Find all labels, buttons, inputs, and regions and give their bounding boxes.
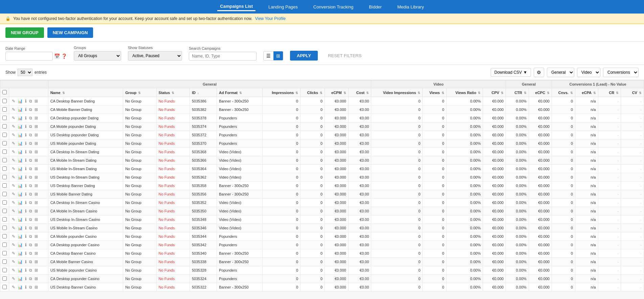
duplicate-icon[interactable]: ⊞: [34, 200, 39, 205]
th-impressions[interactable]: Impressions ⇅: [263, 88, 301, 97]
conversions-select[interactable]: Conversions: [603, 68, 639, 77]
row-checkbox[interactable]: [2, 251, 7, 255]
info-icon[interactable]: ℹ: [24, 191, 27, 197]
chart-icon[interactable]: 📊: [17, 158, 23, 163]
chart-icon[interactable]: 📊: [17, 200, 23, 205]
copy-icon[interactable]: ⧉: [28, 276, 33, 281]
th-id[interactable]: ID ↓: [190, 88, 217, 97]
info-icon[interactable]: ℹ: [24, 158, 27, 163]
edit-icon[interactable]: ✎: [11, 107, 16, 112]
chart-icon[interactable]: 📊: [17, 183, 23, 188]
copy-icon[interactable]: ⧉: [28, 132, 33, 138]
row-checkbox-cell[interactable]: [0, 207, 9, 215]
row-checkbox[interactable]: [2, 268, 7, 272]
reset-filters-button[interactable]: RESET FILTERS: [325, 51, 365, 61]
row-checkbox[interactable]: [2, 209, 7, 213]
edit-icon[interactable]: ✎: [11, 98, 16, 104]
chart-icon[interactable]: 📊: [17, 132, 23, 138]
entries-select[interactable]: 50: [18, 69, 32, 76]
row-checkbox[interactable]: [2, 259, 7, 264]
row-checkbox-cell[interactable]: [0, 131, 9, 139]
duplicate-icon[interactable]: ⊞: [34, 175, 39, 180]
copy-icon[interactable]: ⧉: [28, 268, 33, 273]
info-icon[interactable]: ℹ: [24, 284, 27, 290]
chart-icon[interactable]: 📊: [17, 124, 23, 129]
edit-icon[interactable]: ✎: [11, 251, 16, 256]
copy-icon[interactable]: ⧉: [28, 149, 33, 155]
chart-icon[interactable]: 📊: [17, 268, 23, 273]
th-cr[interactable]: CR ⇅: [598, 88, 621, 97]
copy-icon[interactable]: ⧉: [28, 284, 33, 290]
row-checkbox-cell[interactable]: [0, 156, 9, 165]
chart-icon[interactable]: 📊: [17, 166, 23, 171]
duplicate-icon[interactable]: ⊞: [34, 268, 39, 273]
duplicate-icon[interactable]: ⊞: [34, 284, 39, 290]
copy-icon[interactable]: ⧉: [28, 183, 33, 188]
copy-icon[interactable]: ⧉: [28, 107, 33, 112]
th-select-all[interactable]: [0, 88, 9, 97]
th-ecpa[interactable]: eCPA ⇅: [575, 88, 598, 97]
row-checkbox-cell[interactable]: [0, 106, 9, 114]
new-campaign-button[interactable]: NEW CAMPAIGN: [47, 27, 93, 38]
info-icon[interactable]: ℹ: [24, 166, 27, 171]
duplicate-icon[interactable]: ⊞: [34, 234, 39, 239]
edit-icon[interactable]: ✎: [11, 149, 16, 155]
list-view-button[interactable]: ☰: [264, 51, 273, 60]
row-checkbox-cell[interactable]: [0, 232, 9, 241]
help-icon[interactable]: ❓: [61, 53, 67, 59]
select-all-checkbox[interactable]: [2, 90, 7, 94]
info-icon[interactable]: ℹ: [24, 175, 27, 180]
copy-icon[interactable]: ⧉: [28, 251, 33, 256]
info-icon[interactable]: ℹ: [24, 276, 27, 281]
duplicate-icon[interactable]: ⊞: [34, 225, 39, 231]
duplicate-icon[interactable]: ⊞: [34, 149, 39, 155]
edit-icon[interactable]: ✎: [11, 208, 16, 214]
row-checkbox-cell[interactable]: [0, 266, 9, 275]
chart-icon[interactable]: 📊: [17, 217, 23, 222]
duplicate-icon[interactable]: ⊞: [34, 124, 39, 129]
info-icon[interactable]: ℹ: [24, 115, 27, 121]
edit-icon[interactable]: ✎: [11, 115, 16, 121]
calendar-icon[interactable]: 📅: [54, 53, 60, 59]
copy-icon[interactable]: ⧉: [28, 191, 33, 197]
row-checkbox[interactable]: [2, 217, 7, 222]
copy-icon[interactable]: ⧉: [28, 98, 33, 104]
duplicate-icon[interactable]: ⊞: [34, 107, 39, 112]
chart-icon[interactable]: 📊: [17, 98, 23, 104]
info-icon[interactable]: ℹ: [24, 183, 27, 188]
duplicate-icon[interactable]: ⊞: [34, 208, 39, 214]
row-checkbox[interactable]: [2, 133, 7, 137]
row-checkbox[interactable]: [2, 141, 7, 145]
row-checkbox[interactable]: [2, 158, 7, 162]
info-icon[interactable]: ℹ: [24, 225, 27, 231]
edit-icon[interactable]: ✎: [11, 276, 16, 281]
th-views[interactable]: Views ⇅: [423, 88, 446, 97]
chart-icon[interactable]: 📊: [17, 284, 23, 290]
th-status[interactable]: Status ⇅: [156, 88, 190, 97]
info-icon[interactable]: ℹ: [24, 251, 27, 256]
row-checkbox[interactable]: [2, 175, 7, 179]
info-icon[interactable]: ℹ: [24, 124, 27, 129]
chart-icon[interactable]: 📊: [17, 234, 23, 239]
copy-icon[interactable]: ⧉: [28, 242, 33, 248]
edit-icon[interactable]: ✎: [11, 183, 16, 188]
date-range-input[interactable]: This Month: [5, 52, 53, 61]
row-checkbox-cell[interactable]: [0, 182, 9, 190]
copy-icon[interactable]: ⧉: [28, 166, 33, 171]
chart-icon[interactable]: 📊: [17, 251, 23, 256]
copy-icon[interactable]: ⧉: [28, 158, 33, 163]
duplicate-icon[interactable]: ⊞: [34, 132, 39, 138]
info-icon[interactable]: ℹ: [24, 259, 27, 264]
info-icon[interactable]: ℹ: [24, 149, 27, 155]
nav-landing-pages[interactable]: Landing Pages: [266, 3, 301, 11]
row-checkbox[interactable]: [2, 226, 7, 230]
general-select[interactable]: General: [547, 68, 574, 77]
edit-icon[interactable]: ✎: [11, 217, 16, 222]
chart-icon[interactable]: 📊: [17, 107, 23, 112]
apply-button[interactable]: APPLY: [290, 51, 318, 61]
copy-icon[interactable]: ⧉: [28, 124, 33, 129]
info-icon[interactable]: ℹ: [24, 141, 27, 146]
duplicate-icon[interactable]: ⊞: [34, 259, 39, 264]
row-checkbox-cell[interactable]: [0, 224, 9, 232]
copy-icon[interactable]: ⧉: [28, 259, 33, 264]
